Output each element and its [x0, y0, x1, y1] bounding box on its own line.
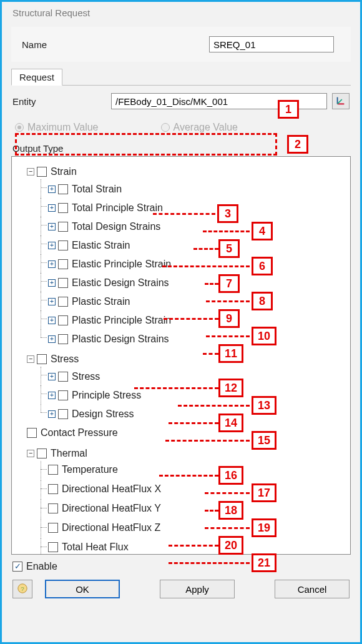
checkbox[interactable]: [58, 390, 68, 400]
callout-11: 11: [218, 344, 243, 363]
tree-label: Total Strain: [71, 182, 122, 197]
checkbox[interactable]: [37, 167, 47, 177]
checkbox[interactable]: [48, 484, 58, 494]
tree-label: Thermal: [49, 446, 87, 461]
expand-icon[interactable]: [48, 410, 56, 418]
callout-20: 20: [218, 536, 243, 555]
tree-node[interactable]: Total Design Strains: [48, 219, 160, 234]
checkbox[interactable]: [37, 354, 47, 364]
callout-5: 5: [218, 239, 240, 258]
tree-label: Stress: [71, 369, 100, 384]
tree-label: Total Design Strains: [71, 219, 160, 234]
callout-9: 9: [218, 309, 240, 328]
tree-label: Temperature: [61, 462, 118, 477]
tree-node[interactable]: Stress: [48, 369, 100, 384]
tree-label: Elastic Principle Strain: [71, 257, 171, 272]
callout-10: 10: [252, 327, 276, 345]
tree-label: Strain: [49, 164, 77, 179]
tree-node-strain[interactable]: Strain: [27, 164, 77, 179]
tree-node[interactable]: Directional HeatFlux Y: [48, 501, 161, 516]
expand-icon[interactable]: [48, 335, 56, 343]
callout-6: 6: [252, 257, 273, 275]
output-type-tree[interactable]: Strain Total Strain Total Principle Stra…: [11, 156, 351, 555]
tree-label: Elastic Design Strains: [71, 275, 169, 290]
checkbox[interactable]: [58, 203, 68, 213]
callout-2: 2: [287, 135, 308, 154]
callout-8: 8: [252, 292, 273, 310]
expand-icon[interactable]: [48, 186, 56, 193]
checkbox[interactable]: [58, 334, 68, 344]
tree-label: Total Heat Flux: [61, 540, 129, 555]
callout-1: 1: [278, 100, 299, 119]
callout-16: 16: [218, 466, 243, 485]
checkbox[interactable]: [58, 259, 68, 269]
tree-node[interactable]: Total Strain: [48, 182, 122, 197]
callout-box-2: [15, 133, 277, 156]
tree-label: Total Principle Strain: [71, 201, 163, 215]
checkbox[interactable]: [48, 503, 58, 513]
checkbox[interactable]: [58, 240, 68, 250]
tree-label: Plastic Design Strains: [71, 332, 169, 347]
callout-13: 13: [252, 396, 276, 415]
checkbox[interactable]: [37, 448, 47, 458]
callout-7: 7: [218, 274, 240, 293]
expand-icon[interactable]: [48, 392, 56, 399]
tree-label: Design Stress: [71, 407, 134, 422]
tree-label: Principle Stress: [71, 388, 141, 403]
checkbox[interactable]: [48, 523, 58, 533]
tree-node[interactable]: Total Heat Flux: [48, 540, 129, 555]
callout-17: 17: [252, 483, 276, 502]
tree-node[interactable]: Directional HeatFlux Z: [48, 520, 160, 535]
callout-19: 19: [252, 518, 276, 537]
checkbox[interactable]: [58, 222, 68, 232]
expand-icon[interactable]: [48, 298, 56, 305]
tab-request[interactable]: Request: [11, 69, 62, 86]
tree-label: Directional HeatFlux X: [61, 482, 161, 497]
tree-label: Contact Pressure: [39, 425, 118, 440]
expand-icon[interactable]: [48, 204, 56, 212]
callout-18: 18: [218, 501, 243, 520]
tree-node[interactable]: Design Stress: [48, 407, 134, 422]
checkbox[interactable]: [58, 409, 68, 419]
checkbox[interactable]: [48, 542, 58, 552]
tree-label: Plastic Strain: [71, 294, 130, 309]
tree-node-stress[interactable]: Stress: [27, 352, 79, 367]
expand-icon[interactable]: [48, 223, 56, 230]
tree-node[interactable]: Elastic Principle Strain: [48, 257, 171, 272]
callout-12: 12: [218, 379, 243, 397]
tree-node[interactable]: Plastic Design Strains: [48, 332, 169, 347]
tree-node-contact-pressure[interactable]: Contact Pressure: [27, 425, 118, 440]
checkbox[interactable]: [58, 315, 68, 325]
tree-node[interactable]: Directional HeatFlux X: [48, 482, 161, 497]
checkbox[interactable]: [58, 184, 68, 194]
callout-3: 3: [217, 204, 238, 223]
callout-14: 14: [218, 414, 243, 432]
tree-label: Stress: [49, 352, 79, 367]
expand-icon[interactable]: [48, 242, 56, 249]
tree-node[interactable]: Total Principle Strain: [48, 201, 163, 215]
collapse-icon[interactable]: [27, 355, 34, 363]
collapse-icon[interactable]: [27, 450, 34, 457]
callout-21: 21: [252, 553, 276, 572]
collapse-icon[interactable]: [27, 168, 34, 176]
checkbox[interactable]: [58, 278, 68, 288]
tree-node[interactable]: Elastic Design Strains: [48, 275, 169, 290]
tree-node[interactable]: Principle Stress: [48, 388, 141, 403]
callout-15: 15: [252, 431, 276, 450]
expand-icon[interactable]: [48, 317, 56, 324]
tree-node[interactable]: Elastic Strain: [48, 238, 130, 253]
checkbox[interactable]: [58, 372, 68, 382]
checkbox[interactable]: [48, 465, 58, 475]
tree-node[interactable]: Plastic Principle Strain: [48, 313, 171, 328]
tree-node[interactable]: Plastic Strain: [48, 294, 130, 309]
expand-icon[interactable]: [48, 373, 56, 380]
tree-node-thermal[interactable]: Thermal: [27, 446, 87, 461]
tree-label: Directional HeatFlux Z: [61, 520, 160, 535]
checkbox[interactable]: [27, 428, 37, 438]
expand-icon[interactable]: [48, 260, 56, 268]
tree-label: Plastic Principle Strain: [71, 313, 171, 328]
expand-icon[interactable]: [48, 279, 56, 287]
checkbox[interactable]: [58, 297, 68, 307]
tree-label: Directional HeatFlux Y: [61, 501, 161, 516]
tree-node[interactable]: Temperature: [48, 462, 118, 477]
